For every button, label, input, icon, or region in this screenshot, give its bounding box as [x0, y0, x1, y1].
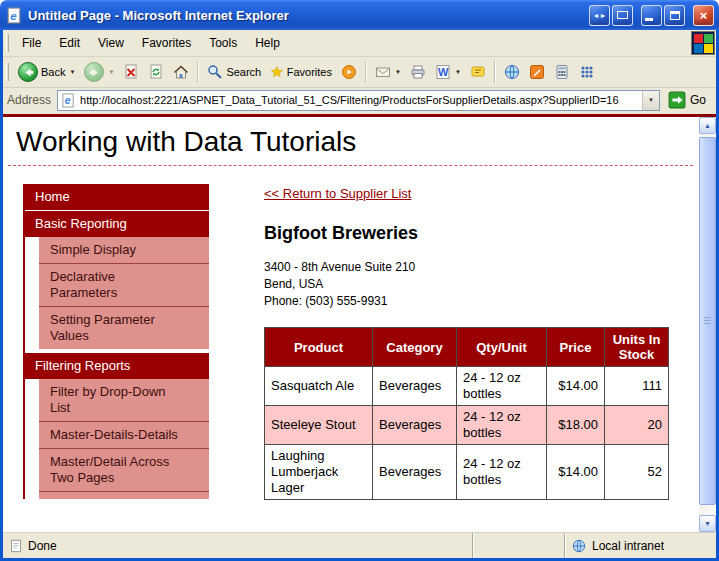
title-bar[interactable]: e Untitled Page - Microsoft Internet Exp… [0, 0, 719, 30]
nav-link-simple-display[interactable]: Simple Display [39, 237, 209, 263]
ie-window-icon: e [6, 7, 23, 24]
calculator-icon [554, 64, 570, 80]
browser-viewport: Working with Data Tutorials HomeBasic Re… [3, 114, 716, 532]
go-arrow-icon [668, 91, 686, 109]
return-to-supplier-link[interactable]: << Return to Supplier List [264, 186, 411, 201]
media-icon [341, 64, 357, 80]
home-button[interactable] [169, 62, 193, 82]
toolbar-grip[interactable] [6, 63, 9, 81]
media-button[interactable] [337, 62, 361, 82]
messenger-button[interactable] [500, 62, 524, 82]
close-button[interactable]: × [693, 5, 714, 26]
nav-section-home[interactable]: Home [25, 184, 209, 210]
nav-link-declarative-parameters[interactable]: Declarative Parameters [39, 263, 209, 306]
minimize-button[interactable] [641, 5, 662, 26]
product-cell: 24 - 12 oz bottles [457, 367, 547, 406]
resize-arrows-button[interactable]: ◄► [589, 5, 610, 26]
back-button[interactable]: Back ▼ [14, 60, 79, 84]
stop-button[interactable] [119, 62, 143, 82]
security-zone-panel: Local intranet [564, 533, 716, 558]
menu-favorites[interactable]: Favorites [133, 30, 200, 56]
globe-icon [504, 64, 520, 80]
svg-text:W: W [438, 66, 449, 78]
nav-link-master-details-details[interactable]: Master-Details-Details [39, 421, 209, 448]
product-row: Steeleye StoutBeverages24 - 12 oz bottle… [265, 406, 669, 445]
discuss-icon [470, 64, 486, 80]
back-icon [18, 62, 38, 82]
product-cell: Laughing Lumberjack Lager [265, 445, 373, 500]
svg-text:e: e [65, 95, 71, 106]
maximize-button[interactable] [664, 5, 685, 26]
monitor-icon [617, 11, 628, 19]
window-title: Untitled Page - Microsoft Internet Explo… [28, 8, 584, 23]
scrollbar-thumb[interactable] [699, 137, 716, 505]
nav-section-filtering-reports[interactable]: Filtering Reports [25, 353, 209, 379]
product-cell: Sasquatch Ale [265, 367, 373, 406]
mail-button[interactable]: ▼ [371, 62, 405, 82]
go-button[interactable]: Go [666, 90, 712, 110]
monitor-button[interactable] [612, 5, 633, 26]
sidebar-nav: HomeBasic ReportingSimple DisplayDeclara… [23, 184, 209, 499]
nav-link-partial[interactable] [39, 491, 209, 499]
mail-dropdown-icon[interactable]: ▼ [395, 69, 401, 75]
nav-link-master-detail-across-two-pages[interactable]: Master/Detail Across Two Pages [39, 448, 209, 491]
discuss-button[interactable] [466, 62, 490, 82]
edit-dropdown-icon[interactable]: ▼ [455, 69, 461, 75]
address-dropdown-button[interactable]: ▼ [642, 91, 659, 110]
product-cell: 111 [605, 367, 669, 406]
supplier-phone: Phone: (503) 555-9931 [264, 293, 699, 310]
menu-edit[interactable]: Edit [50, 30, 89, 56]
menubar-grip[interactable] [6, 34, 9, 52]
print-button[interactable] [406, 62, 430, 82]
product-cell: $14.00 [547, 367, 605, 406]
back-dropdown-icon[interactable]: ▼ [69, 69, 75, 75]
svg-text:e: e [10, 8, 17, 21]
product-cell: Steeleye Stout [265, 406, 373, 445]
go-label: Go [690, 93, 706, 107]
nav-section-basic-reporting[interactable]: Basic Reporting [25, 211, 209, 237]
supplier-name: Bigfoot Breweries [264, 223, 699, 244]
forward-button[interactable]: ▼ [80, 60, 118, 84]
throbber-icon [691, 31, 715, 55]
product-cell: 24 - 12 oz bottles [457, 406, 547, 445]
edit-with-word-button[interactable]: W ▼ [431, 62, 465, 82]
nav-link-filter-by-drop-down-list[interactable]: Filter by Drop-Down List [39, 379, 209, 421]
grid-button[interactable] [575, 62, 599, 82]
calculator-button[interactable] [550, 62, 574, 82]
dashed-divider [8, 165, 693, 166]
scroll-down-button[interactable]: ▼ [699, 515, 716, 532]
search-label: Search [226, 66, 261, 78]
nav-link-setting-parameter-values[interactable]: Setting Parameter Values [39, 306, 209, 349]
products-table: ProductCategoryQty/UnitPriceUnits In Sto… [264, 327, 669, 500]
product-cell: $18.00 [547, 406, 605, 445]
address-bar: Address e http://localhost:2221/ASPNET_D… [3, 88, 716, 114]
product-cell: $14.00 [547, 445, 605, 500]
print-icon [410, 64, 426, 80]
column-header-product: Product [265, 328, 373, 367]
supplier-address: 3400 - 8th Avenue Suite 210 Bend, USA Ph… [264, 259, 699, 310]
grid-dots-icon [579, 64, 595, 80]
research-button[interactable] [525, 62, 549, 82]
forward-dropdown-icon[interactable]: ▼ [108, 69, 114, 75]
address-input[interactable]: e http://localhost:2221/ASPNET_Data_Tuto… [57, 90, 660, 111]
back-label: Back [41, 66, 65, 78]
search-icon [207, 64, 223, 80]
refresh-button[interactable] [144, 62, 168, 82]
products-body: Sasquatch AleBeverages24 - 12 oz bottles… [265, 367, 669, 500]
favorites-button[interactable]: ★ Favorites [266, 63, 336, 82]
menu-file[interactable]: File [13, 30, 50, 56]
favorites-label: Favorites [287, 66, 332, 78]
search-button[interactable]: Search [203, 62, 265, 82]
product-row: Laughing Lumberjack LagerBeverages24 - 1… [265, 445, 669, 500]
menu-view[interactable]: View [89, 30, 133, 56]
product-cell: Beverages [373, 367, 457, 406]
scroll-up-button[interactable]: ▲ [699, 117, 716, 134]
product-cell: Beverages [373, 445, 457, 500]
vertical-scrollbar[interactable]: ▲ ▼ [699, 117, 716, 532]
home-icon [173, 64, 189, 80]
menu-tools[interactable]: Tools [200, 30, 246, 56]
address-url[interactable]: http://localhost:2221/ASPNET_Data_Tutori… [80, 94, 638, 106]
menu-help[interactable]: Help [246, 30, 289, 56]
column-header-units-in-stock: Units In Stock [605, 328, 669, 367]
pen-icon [529, 64, 545, 80]
